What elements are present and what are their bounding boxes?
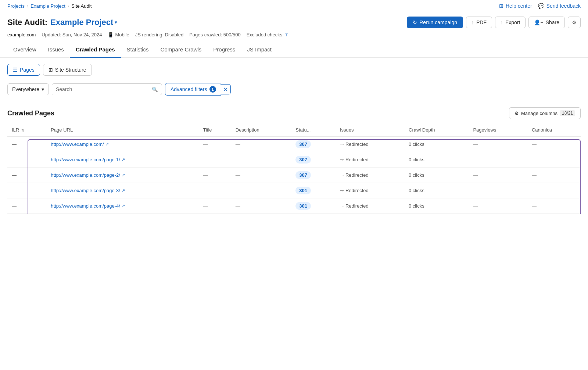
cell-ilr: —: [7, 198, 46, 214]
page-url-link[interactable]: http://www.example.com/ ↗: [51, 141, 194, 147]
search-wrap: 🔍: [52, 83, 162, 95]
table-row: — http://www.example.com/page-4/ ↗ — — 3…: [7, 198, 581, 214]
send-feedback-button[interactable]: 💬 Send feedback: [538, 3, 581, 9]
table-section: Crawled Pages ⚙ Manage columns 18/21 ILR…: [0, 101, 588, 214]
page-url-link[interactable]: http://www.example.com/page-3/ ↗: [51, 188, 194, 193]
issues-text: Redirected: [345, 141, 369, 147]
cell-pageviews: —: [469, 183, 527, 198]
tab-compare-crawls[interactable]: Compare Crawls: [155, 42, 208, 58]
cell-issues: ⇁ Redirected: [336, 137, 404, 152]
breadcrumb-projects[interactable]: Projects: [7, 3, 25, 9]
table-icon: ⊞: [49, 67, 53, 73]
domain-text: example.com: [7, 32, 36, 37]
tab-js-impact[interactable]: JS Impact: [241, 42, 277, 58]
cell-issues: ⇁ Redirected: [336, 198, 404, 214]
col-description: Description: [231, 123, 291, 137]
manage-columns-button[interactable]: ⚙ Manage columns 18/21: [509, 107, 581, 119]
cell-title: —: [199, 137, 231, 152]
share-button[interactable]: 👤+ Share: [528, 17, 565, 28]
cell-url[interactable]: http://www.example.com/page-3/ ↗: [46, 183, 198, 198]
advanced-filters-label: Advanced filters: [171, 86, 207, 92]
topbar: Projects › Example Project › Site Audit …: [0, 0, 588, 12]
cell-url[interactable]: http://www.example.com/page-4/ ↗: [46, 198, 198, 214]
cell-description: —: [231, 183, 291, 198]
settings-button[interactable]: ⚙: [568, 17, 581, 28]
site-structure-button[interactable]: ⊞ Site Structure: [43, 64, 92, 76]
cell-crawl-depth: 0 clicks: [404, 183, 469, 198]
cell-ilr: —: [7, 137, 46, 152]
excluded-count-link[interactable]: 7: [285, 32, 288, 37]
filters-count-badge: 1: [209, 86, 216, 93]
clear-filters-button[interactable]: ✕: [220, 84, 231, 94]
table-row: — http://www.example.com/page-1/ ↗ — — 3…: [7, 152, 581, 168]
pages-label: Pages: [20, 67, 35, 73]
table-header-row: ILR ⇅ Page URL Title Description Statu..…: [7, 123, 581, 137]
cell-url[interactable]: http://www.example.com/page-1/ ↗: [46, 152, 198, 168]
cell-ilr: —: [7, 168, 46, 183]
share-icon: 👤+: [534, 19, 543, 25]
rerun-campaign-button[interactable]: ↻ Rerun campaign: [407, 17, 463, 28]
page-url-link[interactable]: http://www.example.com/page-2/ ↗: [51, 172, 194, 178]
everywhere-label: Everywhere: [12, 86, 39, 92]
cell-title: —: [199, 152, 231, 168]
issues-cell: ⇁ Redirected: [340, 172, 400, 178]
rerun-icon: ↻: [413, 19, 417, 25]
tab-issues[interactable]: Issues: [42, 42, 70, 58]
site-audit-label: Site Audit:: [7, 18, 47, 27]
page-url-link[interactable]: http://www.example.com/page-4/ ↗: [51, 203, 194, 209]
cell-canonical: —: [527, 168, 581, 183]
redirect-arrow-icon: ⇁: [340, 172, 344, 178]
sub-nav: ☰ Pages ⊞ Site Structure: [0, 58, 588, 80]
cell-title: —: [199, 168, 231, 183]
issues-text: Redirected: [345, 188, 369, 193]
cell-canonical: —: [527, 198, 581, 214]
tab-progress[interactable]: Progress: [207, 42, 241, 58]
status-badge: 301: [295, 187, 311, 194]
status-badge: 307: [295, 140, 311, 148]
device-text: Mobile: [115, 32, 129, 37]
list-icon: ☰: [13, 67, 18, 73]
site-structure-label: Site Structure: [55, 67, 86, 73]
search-button[interactable]: 🔍: [148, 84, 162, 95]
chevron-down-icon: ▾: [42, 86, 44, 92]
external-link-icon: ↗: [122, 188, 125, 193]
redirect-arrow-icon: ⇁: [340, 141, 344, 147]
cols-count-badge: 18/21: [560, 110, 575, 116]
gear-icon: ⚙: [514, 111, 519, 116]
breadcrumb-project[interactable]: Example Project: [31, 3, 65, 9]
device-info: 📱 Mobile: [108, 32, 129, 37]
project-name-button[interactable]: Example Project ▾: [50, 18, 117, 27]
search-input[interactable]: [52, 84, 148, 95]
cell-status: 307: [291, 137, 336, 152]
page-url-link[interactable]: http://www.example.com/page-1/ ↗: [51, 157, 194, 162]
topbar-right: ⊞ Help center 💬 Send feedback: [499, 3, 581, 9]
col-ilr[interactable]: ILR ⇅: [7, 123, 46, 137]
tab-crawled-pages[interactable]: Crawled Pages: [70, 42, 121, 58]
issues-cell: ⇁ Redirected: [340, 188, 400, 193]
cell-canonical: —: [527, 152, 581, 168]
export-icon: ↑: [501, 19, 503, 25]
pdf-button[interactable]: ↑ PDF: [466, 17, 492, 28]
url-text: http://www.example.com/page-2/: [51, 172, 120, 178]
cell-canonical: —: [527, 183, 581, 198]
chevron-down-icon: ▾: [115, 20, 117, 25]
export-button[interactable]: ↑ Export: [495, 17, 526, 28]
advanced-filters-group: Advanced filters 1 ✕: [165, 83, 231, 96]
cell-url[interactable]: http://www.example.com/page-2/ ↗: [46, 168, 198, 183]
help-center-button[interactable]: ⊞ Help center: [499, 3, 532, 9]
crawled-pages-table: ILR ⇅ Page URL Title Description Statu..…: [7, 123, 581, 214]
cell-status: 307: [291, 152, 336, 168]
advanced-filters-button[interactable]: Advanced filters 1: [165, 83, 221, 96]
cell-url[interactable]: http://www.example.com/ ↗: [46, 137, 198, 152]
filter-bar: Everywhere ▾ 🔍 Advanced filters 1 ✕: [0, 80, 588, 101]
url-text: http://www.example.com/: [51, 141, 104, 147]
pages-view-button[interactable]: ☰ Pages: [7, 64, 40, 76]
table-row: — http://www.example.com/ ↗ — — 307 ⇁ Re…: [7, 137, 581, 152]
project-name-text: Example Project: [50, 18, 113, 27]
cell-issues: ⇁ Redirected: [336, 183, 404, 198]
excluded-checks-label: Excluded checks:: [247, 32, 284, 37]
everywhere-dropdown[interactable]: Everywhere ▾: [7, 83, 49, 95]
tab-overview[interactable]: Overview: [7, 42, 42, 58]
tab-statistics[interactable]: Statistics: [121, 42, 155, 58]
cell-title: —: [199, 183, 231, 198]
